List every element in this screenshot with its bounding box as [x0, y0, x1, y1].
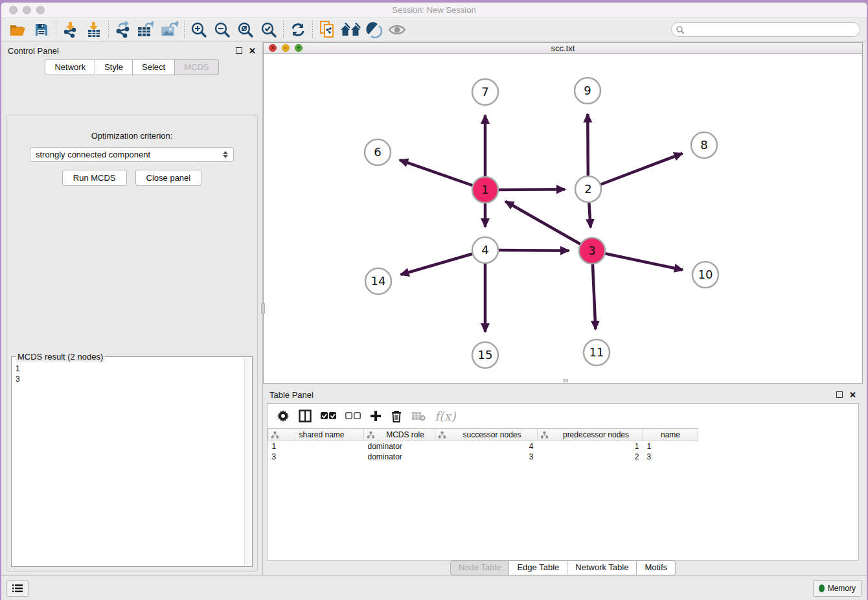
task-history-button[interactable]	[6, 580, 29, 597]
hierarchy-icon	[367, 432, 374, 439]
delete-table-button[interactable]	[411, 411, 426, 421]
control-panel: Control Panel ✕ Network Style Select MCD…	[1, 42, 263, 575]
graph-node-3[interactable]: 3	[579, 238, 605, 264]
hide-graphics-details-button[interactable]	[362, 19, 385, 40]
graph-node-2[interactable]: 2	[575, 176, 601, 202]
export-table-icon	[137, 21, 156, 38]
splitter-handle[interactable]	[261, 303, 265, 314]
memory-button[interactable]: Memory	[813, 580, 862, 597]
tab-edge-table[interactable]: Edge Table	[509, 560, 567, 575]
table-row[interactable]: 3dominator323	[268, 452, 859, 462]
clone-network-button[interactable]	[315, 19, 339, 40]
home-icon	[340, 23, 361, 37]
float-table-panel-icon[interactable]	[836, 391, 843, 398]
graph-node-6[interactable]: 6	[365, 139, 391, 165]
graph-node-14[interactable]: 14	[365, 268, 391, 294]
close-panel-icon[interactable]: ✕	[249, 46, 256, 56]
zoom-fit-icon	[237, 21, 254, 38]
graph-node-1[interactable]: 1	[472, 177, 498, 203]
float-panel-icon[interactable]	[236, 47, 242, 54]
export-network-button[interactable]	[111, 19, 135, 40]
column-header-name[interactable]: name	[643, 429, 698, 441]
tab-node-table[interactable]: Node Table	[450, 560, 510, 575]
graph-edge-3-1[interactable]	[505, 202, 592, 251]
optimization-criterion-dropdown[interactable]: strongly connected component	[30, 147, 234, 162]
eye-icon	[388, 23, 406, 36]
columns-icon	[299, 410, 312, 422]
graph-node-4[interactable]: 4	[472, 237, 498, 263]
tab-network[interactable]: Network	[45, 59, 95, 75]
zoom-selected-button[interactable]	[257, 19, 280, 40]
svg-text:11: 11	[589, 345, 604, 359]
graph-edge-2-8[interactable]	[588, 154, 682, 189]
graph-node-9[interactable]: 9	[575, 78, 600, 104]
mcds-result-title: MCDS result (2 nodes)	[16, 352, 105, 362]
node-table: shared name MCDS role successor nodes pr…	[268, 428, 858, 462]
close-table-panel-icon[interactable]: ✕	[849, 390, 856, 400]
column-header-successor-nodes[interactable]: successor nodes	[435, 429, 538, 441]
trash-icon	[391, 410, 402, 422]
import-table-button[interactable]	[82, 19, 106, 40]
tab-mcds[interactable]: MCDS	[175, 59, 218, 75]
zoom-out-button[interactable]	[211, 19, 234, 40]
deselect-all-button[interactable]	[345, 412, 361, 420]
network-canvas[interactable]: 7968124314101511	[264, 54, 862, 383]
close-panel-button[interactable]: Close panel	[135, 170, 202, 186]
zoom-fit-button[interactable]	[234, 19, 257, 40]
column-header-shared-name[interactable]: shared name	[268, 429, 364, 441]
import-network-button[interactable]	[59, 19, 82, 40]
zoom-in-button[interactable]	[187, 19, 211, 40]
dropdown-value: strongly connected component	[36, 150, 223, 159]
network-titlebar: ✕ − + scc.txt	[264, 43, 862, 54]
run-mcds-button[interactable]: Run MCDS	[62, 170, 127, 186]
tab-network-table[interactable]: Network Table	[567, 560, 637, 575]
tab-select[interactable]: Select	[133, 59, 175, 75]
delete-row-button[interactable]	[391, 410, 402, 422]
open-session-button[interactable]	[6, 19, 30, 40]
optimization-criterion-label: Optimization criterion:	[6, 131, 257, 141]
tab-style[interactable]: Style	[95, 59, 133, 75]
export-network-icon	[114, 21, 132, 38]
svg-text:9: 9	[584, 84, 591, 97]
search-field[interactable]	[671, 22, 860, 37]
table-header-row: shared name MCDS role successor nodes pr…	[268, 429, 859, 441]
result-scrollbar[interactable]	[244, 358, 251, 565]
canvas-splitter-handle[interactable]	[563, 379, 568, 382]
checked-boxes-icon	[321, 412, 336, 420]
svg-text:4: 4	[481, 243, 488, 257]
table-row[interactable]: 1dominator411	[268, 441, 859, 452]
toolbar-separator	[184, 21, 185, 39]
save-session-button[interactable]	[30, 19, 53, 40]
column-header-mcds-role[interactable]: MCDS role	[364, 429, 435, 441]
show-graphics-details-button[interactable]	[385, 19, 409, 40]
svg-text:14: 14	[371, 274, 386, 288]
column-header-predecessor-nodes[interactable]: predecessor nodes	[538, 429, 643, 441]
table-options-button[interactable]	[277, 410, 290, 422]
zoom-in-icon	[190, 21, 207, 38]
main-toolbar	[1, 18, 867, 41]
delete-table-icon	[411, 411, 426, 421]
graph-node-11[interactable]: 11	[584, 340, 610, 365]
export-table-button[interactable]	[135, 19, 158, 40]
select-all-button[interactable]	[321, 412, 336, 420]
app-window: Session: New Session	[1, 3, 867, 600]
mcds-result-text[interactable]: 1 3	[16, 363, 244, 565]
first-neighbors-button[interactable]	[339, 19, 362, 40]
export-image-button[interactable]	[158, 19, 181, 40]
network-graph[interactable]: 7968124314101511	[264, 54, 862, 383]
import-network-icon	[62, 21, 79, 38]
table-tabs: Node Table Edge Table Network Table Moti…	[263, 560, 863, 575]
graph-node-7[interactable]: 7	[472, 79, 498, 105]
tab-motifs[interactable]: Motifs	[637, 560, 676, 575]
apply-function-button[interactable]: f(x)	[435, 409, 456, 423]
network-title: scc.txt	[264, 43, 862, 53]
graph-node-8[interactable]: 8	[691, 132, 717, 158]
graph-node-10[interactable]: 10	[692, 262, 718, 288]
plus-icon	[370, 410, 382, 422]
add-row-button[interactable]	[370, 410, 382, 422]
graph-edge-3-10[interactable]	[592, 251, 683, 270]
show-columns-button[interactable]	[299, 410, 312, 422]
graph-node-15[interactable]: 15	[472, 342, 498, 368]
search-input[interactable]	[685, 23, 860, 36]
refresh-button[interactable]	[286, 19, 310, 40]
